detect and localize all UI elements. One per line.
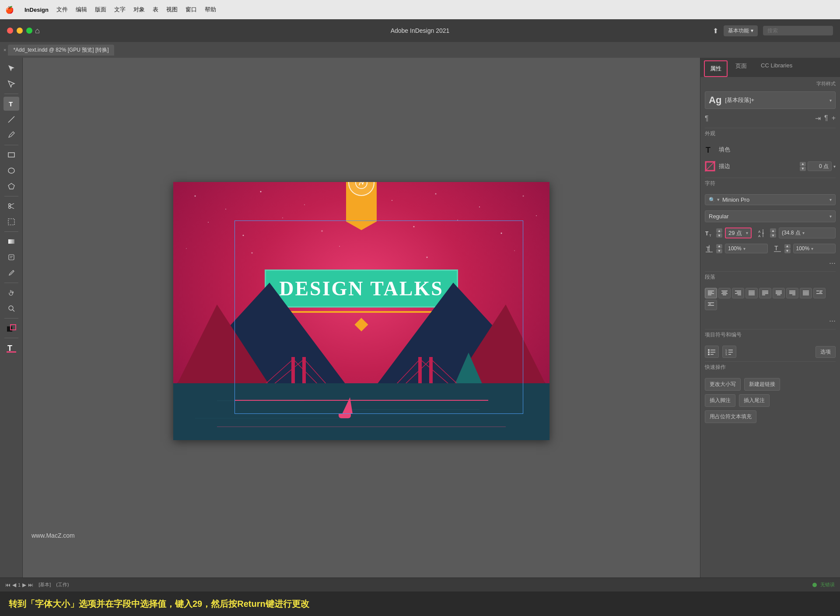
- selection-tool[interactable]: [4, 61, 19, 75]
- workspace-button[interactable]: 基本功能 ▾: [724, 25, 758, 36]
- paragraph-more-button[interactable]: ···: [705, 316, 836, 326]
- stroke-unit-dropdown[interactable]: ▾: [833, 164, 836, 169]
- hand-tool[interactable]: [4, 286, 19, 300]
- zoom-tool[interactable]: [4, 301, 19, 315]
- list-options-button[interactable]: 选项: [816, 346, 836, 358]
- search-input[interactable]: [763, 26, 833, 35]
- menu-view[interactable]: 视图: [166, 6, 178, 14]
- align-left-button[interactable]: [705, 288, 717, 298]
- align-justify-last-right-button[interactable]: [786, 288, 798, 298]
- stroke-spinner[interactable]: ▲ ▼: [800, 162, 806, 171]
- change-case-button[interactable]: 更改大小写: [705, 378, 741, 391]
- fill-placeholder-button[interactable]: 用占位符文本填充: [705, 410, 756, 423]
- para-tool-add[interactable]: +: [832, 114, 836, 122]
- font-size-input[interactable]: [728, 230, 744, 236]
- prev-page-button[interactable]: ◀: [12, 582, 16, 588]
- svg-point-29: [208, 222, 209, 223]
- v-scale-dropdown[interactable]: ▾: [743, 246, 746, 251]
- right-panel: 属性 页面 CC Libraries 字符样式 Ag [基本段落]+ ▾ ¶ ⇥…: [700, 58, 840, 578]
- close-window-button[interactable]: [7, 28, 13, 34]
- font-name-dropdown-arrow[interactable]: ▾: [830, 197, 832, 202]
- first-page-button[interactable]: ⏮: [5, 582, 10, 588]
- leading-spinner[interactable]: ▲ ▼: [770, 228, 776, 238]
- stroke-down-button[interactable]: ▼: [800, 167, 806, 171]
- gradient-tool[interactable]: [4, 234, 19, 248]
- eyedropper-tool[interactable]: [4, 266, 19, 280]
- paragraph-style-dropdown-arrow: ▾: [830, 98, 832, 103]
- new-hyperlink-button[interactable]: 新建超链接: [744, 378, 780, 391]
- apple-menu[interactable]: 🍎: [5, 6, 14, 14]
- menu-object[interactable]: 对象: [133, 6, 145, 14]
- svg-line-55: [405, 359, 431, 384]
- tab-cc-libraries[interactable]: CC Libraries: [755, 58, 798, 77]
- font-name-input[interactable]: [722, 196, 828, 203]
- share-button[interactable]: ⬆: [713, 27, 718, 35]
- tab-pages[interactable]: 页面: [729, 58, 753, 77]
- leading-up-button[interactable]: ▲: [770, 228, 776, 233]
- align-justify-button[interactable]: [746, 288, 758, 298]
- align-right-button[interactable]: [732, 288, 744, 298]
- transform-tool[interactable]: [4, 215, 19, 229]
- font-size-down-button[interactable]: ▼: [716, 233, 722, 238]
- font-size-up-button[interactable]: ▲: [716, 228, 722, 233]
- ellipse-tool[interactable]: [4, 164, 19, 178]
- insert-footnote-button[interactable]: 插入脚注: [705, 394, 735, 407]
- v-scale-up-button[interactable]: ▲: [716, 244, 722, 248]
- tab-properties[interactable]: 属性: [704, 60, 728, 77]
- align-towards-spine-button[interactable]: [813, 288, 826, 298]
- maximize-window-button[interactable]: [26, 28, 32, 34]
- current-page: 1: [18, 582, 21, 588]
- pencil-tool[interactable]: [4, 128, 19, 142]
- font-size-unit-dropdown[interactable]: ▾: [746, 231, 748, 235]
- minimize-window-button[interactable]: [17, 28, 23, 34]
- line-tool[interactable]: [4, 112, 19, 126]
- insert-endnote-button[interactable]: 插入尾注: [739, 394, 770, 407]
- stroke-up-button[interactable]: ▲: [800, 162, 806, 166]
- text-tool[interactable]: T: [4, 97, 19, 111]
- h-scale-spinner[interactable]: ▲ ▼: [784, 244, 791, 253]
- scissors-tool[interactable]: [4, 199, 19, 213]
- next-page-button[interactable]: ▶: [22, 582, 26, 588]
- fill-stroke[interactable]: [4, 321, 19, 335]
- bulleted-list-button[interactable]: [705, 346, 719, 358]
- document-tab[interactable]: *Add_text.indd @ 82% [GPU 预览] [转换]: [8, 45, 114, 56]
- polygon-tool[interactable]: [4, 179, 19, 193]
- para-tool-3[interactable]: ¶: [824, 114, 828, 122]
- h-scale-down-button[interactable]: ▼: [784, 249, 791, 253]
- leading-down-button[interactable]: ▼: [770, 233, 776, 238]
- h-scale-up-button[interactable]: ▲: [784, 244, 791, 248]
- align-justify-last-center-button[interactable]: [773, 288, 785, 298]
- para-tool-2[interactable]: ⇥: [815, 114, 821, 122]
- tab-close-button[interactable]: ×: [4, 47, 6, 52]
- paragraph-style-dropdown[interactable]: Ag [基本段落]+ ▾: [705, 91, 836, 109]
- font-dropdown-arrow[interactable]: ▾: [717, 197, 720, 203]
- para-icon-1[interactable]: ¶: [705, 115, 709, 122]
- last-page-button[interactable]: ⏭: [28, 582, 33, 588]
- align-all-justify-button[interactable]: [800, 288, 812, 298]
- v-scale-spinner[interactable]: ▲ ▼: [716, 244, 722, 253]
- align-justify-last-left-button[interactable]: [759, 288, 771, 298]
- text-tool-bottom[interactable]: T: [4, 341, 19, 355]
- align-away-spine-button[interactable]: [705, 300, 717, 310]
- v-scale-down-button[interactable]: ▼: [716, 249, 722, 253]
- menu-help[interactable]: 帮助: [205, 6, 216, 14]
- menu-edit[interactable]: 编辑: [76, 6, 87, 14]
- stroke-value-input[interactable]: [808, 161, 832, 171]
- menu-window[interactable]: 窗口: [186, 6, 197, 14]
- menu-layout[interactable]: 版面: [95, 6, 106, 14]
- menu-table[interactable]: 表: [153, 6, 158, 14]
- rectangle-tool[interactable]: [4, 148, 19, 162]
- font-size-spinner[interactable]: ▲ ▼: [716, 228, 722, 238]
- font-style-row[interactable]: Regular ▾: [705, 210, 836, 222]
- h-scale-dropdown[interactable]: ▾: [811, 246, 813, 251]
- leading-dropdown-arrow[interactable]: ▾: [802, 231, 805, 235]
- menu-file[interactable]: 文件: [56, 6, 68, 14]
- character-more-button[interactable]: ···: [705, 259, 836, 268]
- home-icon[interactable]: ⌂: [35, 26, 40, 35]
- menu-text[interactable]: 文字: [114, 6, 126, 14]
- direct-selection-tool[interactable]: [4, 77, 19, 91]
- numbered-list-button[interactable]: 1. 2. 3.: [722, 346, 736, 358]
- note-tool[interactable]: [4, 250, 19, 264]
- align-center-button[interactable]: [718, 288, 731, 298]
- menu-indesign[interactable]: InDesign: [24, 7, 49, 13]
